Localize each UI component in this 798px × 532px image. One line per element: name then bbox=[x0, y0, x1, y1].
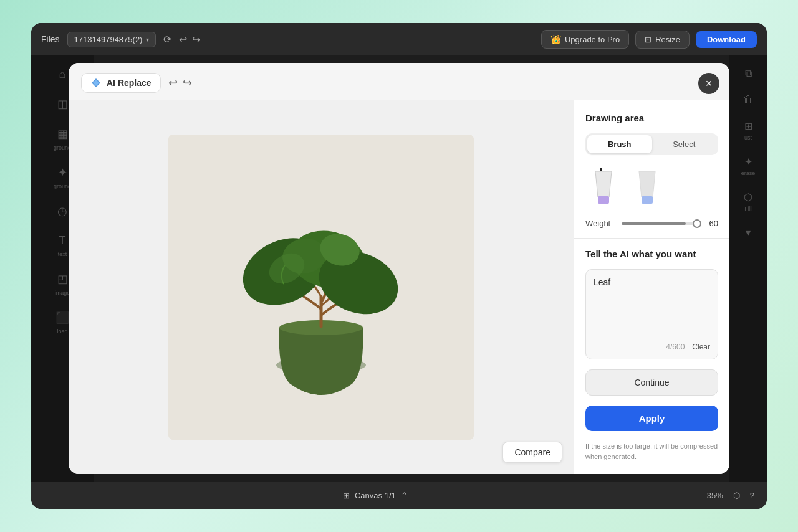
upgrade-button[interactable]: 👑 Upgrade to Pro bbox=[541, 30, 629, 49]
divider-1 bbox=[574, 238, 729, 239]
char-count: 4/600 bbox=[666, 343, 685, 351]
image-area bbox=[69, 100, 574, 474]
clear-button[interactable]: Clear bbox=[692, 343, 710, 351]
resize-button[interactable]: ⊡ Resize bbox=[635, 31, 690, 49]
redo-button[interactable]: ↪ bbox=[192, 34, 200, 45]
hard-brush-preview[interactable] bbox=[585, 165, 622, 209]
modal-redo-button[interactable]: ↪ bbox=[183, 76, 192, 90]
svg-rect-13 bbox=[598, 196, 609, 204]
modal-overlay: × AI Replace ↩ ↪ bbox=[31, 55, 767, 482]
undo-redo-group: ↩ ↪ bbox=[179, 34, 200, 45]
apply-button[interactable]: Apply bbox=[585, 406, 718, 431]
expand-icon: ⌃ bbox=[401, 491, 408, 500]
weight-label: Weight bbox=[585, 219, 615, 228]
resize-icon: ⊡ bbox=[645, 35, 651, 44]
files-button[interactable]: Files bbox=[41, 34, 60, 44]
weight-track bbox=[622, 222, 686, 225]
plant-image-container bbox=[168, 135, 474, 440]
close-icon: × bbox=[706, 77, 713, 90]
weight-thumb bbox=[693, 219, 701, 228]
weight-value: 60 bbox=[703, 219, 718, 228]
weight-slider[interactable] bbox=[622, 222, 697, 225]
help-icon[interactable]: ? bbox=[750, 491, 754, 500]
export-icon[interactable]: ⬡ bbox=[733, 491, 740, 500]
bottom-bar-right: 35% ⬡ ? bbox=[707, 491, 754, 500]
top-bar: Files 1713149794875(2) ▾ ⟳ ↩ ↪ 👑 Upgrade… bbox=[31, 23, 767, 55]
tell-ai-title: Tell the AI what you want bbox=[585, 249, 718, 259]
ai-prompt-text: Leaf bbox=[594, 277, 710, 338]
diamond-icon bbox=[90, 77, 102, 88]
compare-button[interactable]: Compare bbox=[502, 442, 562, 463]
undo-button[interactable]: ↩ bbox=[179, 34, 187, 45]
modal-header: AI Replace ↩ ↪ bbox=[69, 63, 729, 100]
sync-icon[interactable]: ⟳ bbox=[163, 34, 171, 45]
svg-rect-14 bbox=[642, 196, 653, 204]
crown-icon: 👑 bbox=[550, 34, 561, 44]
ai-replace-modal: × AI Replace ↩ ↪ bbox=[69, 63, 729, 474]
modal-title: AI Replace bbox=[107, 78, 151, 88]
modal-body: Drawing area Brush Select bbox=[69, 100, 729, 474]
svg-rect-12 bbox=[600, 168, 602, 171]
ai-textarea-container[interactable]: Leaf 4/600 Clear bbox=[585, 269, 718, 359]
drawing-area-title: Drawing area bbox=[585, 113, 718, 123]
bottom-bar-center: ⊞ Canvas 1/1 ⌃ bbox=[343, 491, 408, 500]
modal-undo-button[interactable]: ↩ bbox=[168, 76, 178, 90]
upgrade-label: Upgrade to Pro bbox=[565, 35, 620, 44]
continue-button[interactable]: Continue bbox=[585, 369, 718, 396]
modal-undo-redo: ↩ ↪ bbox=[168, 76, 192, 90]
compress-note: If the size is too large, it will be com… bbox=[585, 441, 718, 462]
top-bar-left: Files 1713149794875(2) ▾ ⟳ ↩ ↪ bbox=[41, 32, 534, 47]
app-window: Files 1713149794875(2) ▾ ⟳ ↩ ↪ 👑 Upgrade… bbox=[31, 23, 767, 509]
layers-icon-bottom: ⊞ bbox=[343, 491, 350, 500]
ai-textarea-footer: 4/600 Clear bbox=[594, 343, 710, 351]
weight-row: Weight 60 bbox=[585, 219, 718, 228]
ai-replace-label: AI Replace bbox=[81, 73, 161, 93]
brush-button[interactable]: Brush bbox=[587, 135, 652, 153]
plant-illustration bbox=[168, 135, 474, 440]
close-button[interactable]: × bbox=[698, 73, 719, 94]
zoom-level: 35% bbox=[707, 491, 723, 500]
top-bar-right: 👑 Upgrade to Pro ⊡ Resize Download bbox=[541, 30, 757, 49]
right-panel: Drawing area Brush Select bbox=[574, 100, 729, 474]
download-button[interactable]: Download bbox=[696, 31, 757, 48]
chevron-down-icon: ▾ bbox=[146, 36, 149, 43]
hard-brush-svg bbox=[585, 165, 622, 209]
main-content: ⌂ ◫ ▦ ground ✦ ground ◷ T text ◰ ima bbox=[31, 55, 767, 482]
tool-toggle: Brush Select bbox=[585, 133, 718, 155]
brush-previews bbox=[585, 165, 718, 209]
select-button[interactable]: Select bbox=[652, 135, 717, 153]
soft-brush-preview[interactable] bbox=[629, 165, 665, 209]
filename-text: 1713149794875(2) bbox=[74, 35, 143, 44]
resize-label: Resize bbox=[655, 35, 680, 44]
canvas-label: Canvas 1/1 bbox=[355, 491, 396, 500]
bottom-bar: ⊞ Canvas 1/1 ⌃ 35% ⬡ ? bbox=[31, 482, 767, 509]
filename-button[interactable]: 1713149794875(2) ▾ bbox=[67, 32, 156, 47]
soft-brush-svg bbox=[629, 165, 665, 209]
